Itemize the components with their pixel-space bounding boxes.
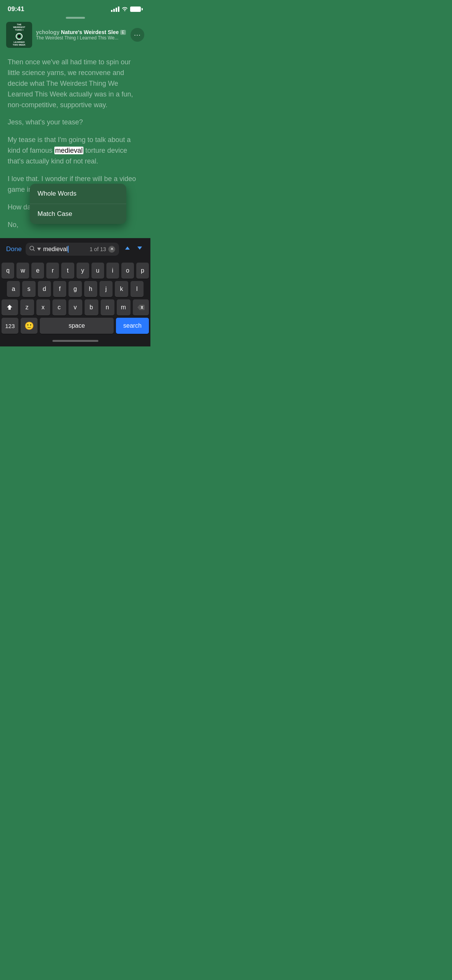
search-clear-button[interactable]: ✕ [108,246,115,253]
highlight-medieval: medieval [54,147,83,154]
battery-icon [130,7,143,12]
search-input-wrap[interactable]: medieval 1 of 13 ✕ [26,243,119,256]
pull-bar [66,17,85,19]
podcast-header: THE WEIRDEST THING I LEARNED THIS WEEK y… [0,22,150,54]
status-time: 09:41 [8,5,24,13]
signal-icon [111,7,119,12]
key-x[interactable]: x [36,299,50,315]
content-paragraph-3: My tease is that I'm going to talk about… [8,135,143,167]
key-z[interactable]: z [20,299,34,315]
content-paragraph-1: Then once we've all had time to spin our… [8,57,143,110]
podcast-info: ychology Nature's Weirdest Slee E The We… [36,29,127,41]
keyboard: q w e r t y u i o p a s d f g h j k l z … [0,260,150,337]
key-d[interactable]: d [38,281,51,297]
episode-badge: E [120,30,126,35]
key-h[interactable]: h [84,281,97,297]
key-v[interactable]: v [69,299,82,315]
key-a[interactable]: a [7,281,20,297]
search-options-dropdown: Whole Words Match Case [30,184,126,224]
podcast-title-row: ychology Nature's Weirdest Slee E [36,29,127,35]
search-count: 1 of 13 [90,246,106,252]
key-shift[interactable] [2,299,18,315]
key-q[interactable]: q [2,263,14,279]
podcast-subtitle: The Weirdest Thing I Learned This We... [36,35,127,41]
search-options-chevron-icon[interactable] [37,247,41,252]
podcast-title: ychology Nature's Weirdest Slee [36,29,119,35]
keyboard-row-1: q w e r t y u i o p [0,260,150,279]
key-s[interactable]: s [22,281,35,297]
key-space[interactable]: space [40,318,114,334]
key-y[interactable]: y [77,263,89,279]
key-j[interactable]: j [100,281,113,297]
keyboard-bottom-row: 123 🙂 space search [0,315,150,337]
key-k[interactable]: k [115,281,128,297]
key-u[interactable]: u [91,263,104,279]
thumbnail-eye [16,33,23,40]
wifi-icon [122,6,128,12]
key-p[interactable]: p [136,263,149,279]
key-t[interactable]: t [61,263,74,279]
key-search[interactable]: search [116,318,149,334]
key-f[interactable]: f [53,281,66,297]
key-w[interactable]: w [16,263,29,279]
search-prev-button[interactable] [123,243,132,255]
status-bar: 09:41 [0,0,150,15]
key-b[interactable]: b [85,299,98,315]
key-r[interactable]: r [46,263,59,279]
whole-words-option[interactable]: Whole Words [30,184,126,204]
home-indicator [0,337,150,346]
key-i[interactable]: i [106,263,119,279]
key-l[interactable]: l [131,281,144,297]
search-input[interactable]: medieval [43,246,88,253]
more-button[interactable]: ··· [131,28,144,42]
key-numbers[interactable]: 123 [2,318,18,334]
search-magnify-icon [29,246,35,252]
thumbnail-eye-inner [18,35,21,38]
key-m[interactable]: m [117,299,131,315]
key-c[interactable]: c [52,299,66,315]
done-button[interactable]: Done [6,245,22,253]
home-bar [52,340,98,342]
pull-indicator [0,15,150,22]
search-nav-buttons [123,243,144,255]
keyboard-row-2: a s d f g h j k l [0,279,150,297]
match-case-option[interactable]: Match Case [30,204,126,224]
key-o[interactable]: o [121,263,134,279]
key-e[interactable]: e [31,263,44,279]
key-delete[interactable] [133,299,149,315]
status-icons [111,6,143,12]
search-bar: Done medieval 1 of 13 ✕ [0,238,150,261]
key-n[interactable]: n [101,299,114,315]
keyboard-row-3: z x c v b n m [0,297,150,315]
key-g[interactable]: g [69,281,82,297]
content-paragraph-2: Jess, what's your tease? [8,117,143,128]
search-next-button[interactable] [135,243,144,255]
thumbnail-title: THE WEIRDEST THING I [13,23,25,32]
key-emoji[interactable]: 🙂 [21,318,38,334]
thumbnail-title-2: LEARNED THIS WEEK [13,41,25,46]
more-dots-icon: ··· [134,31,141,39]
podcast-thumbnail: THE WEIRDEST THING I LEARNED THIS WEEK [6,22,32,48]
